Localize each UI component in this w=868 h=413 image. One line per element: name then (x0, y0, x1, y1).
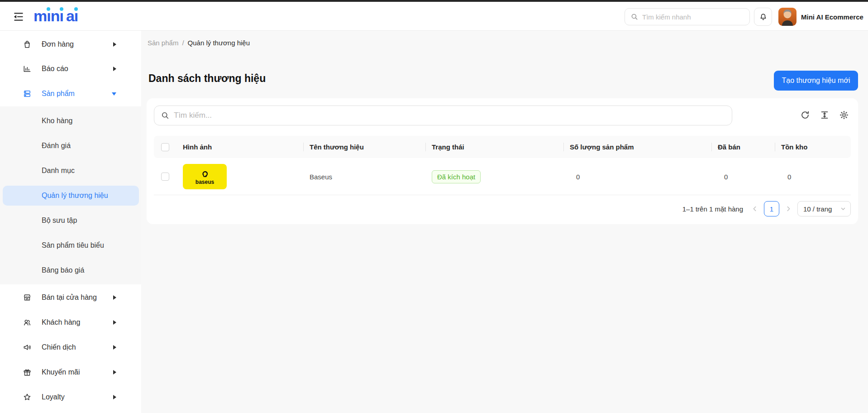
chevron-right-icon (113, 395, 116, 399)
page-size-select[interactable]: 10 / trang (797, 201, 851, 216)
column-header: Đã bán (718, 136, 740, 158)
sidebar-item-label: Sản phẩm tiêu biểu (42, 241, 104, 250)
sidebar-item-khach-hang[interactable]: Khách hàng (0, 310, 141, 335)
row-checkbox[interactable] (161, 173, 169, 181)
sidebar-item-label: Khách hàng (42, 318, 80, 327)
bell-icon (759, 13, 768, 21)
page-size-value: 10 / trang (803, 205, 832, 213)
sidebar-item-label: Danh mục (42, 167, 75, 175)
user-name: Mini AI Ecommerce (801, 13, 863, 21)
next-page-icon[interactable] (785, 205, 792, 212)
search-icon (161, 111, 170, 120)
chevron-right-icon (113, 67, 116, 71)
column-divider (303, 143, 304, 151)
product-list-icon (23, 89, 32, 98)
logo-letter: m (33, 8, 47, 24)
product-count-cell: 0 (576, 158, 580, 195)
sidebar-item-quan-ly-thuong-hieu[interactable]: Quản lý thương hiệu (3, 186, 139, 206)
sidebar-item-label: Quản lý thương hiệu (42, 192, 108, 200)
status-badge: Đã kích hoạt (432, 170, 481, 183)
search-icon (630, 13, 639, 21)
column-header: Trạng thái (432, 136, 464, 158)
sidebar-item-label: Đánh giá (42, 142, 71, 150)
logo-letter: a (66, 8, 74, 24)
app-root: mınıaı Mini AI E (0, 0, 868, 413)
sidebar-item-chien-dich[interactable]: Chiến dịch (0, 335, 141, 360)
row-checkbox-cell (154, 158, 176, 195)
notifications-button[interactable] (754, 8, 772, 26)
refresh-icon[interactable] (800, 110, 810, 120)
column-divider (775, 143, 775, 151)
star-icon (23, 393, 32, 402)
sidebar-item-label: Kho hàng (42, 117, 73, 125)
sold-cell: 0 (724, 158, 728, 195)
sidebar-item-label: Bán tại cửa hàng (42, 293, 97, 302)
status-cell: Đã kích hoạt (432, 158, 481, 195)
sidebar-item-danh-muc[interactable]: Danh mục (3, 161, 139, 181)
store-icon (23, 293, 32, 302)
bar-chart-icon (23, 64, 32, 73)
sidebar-item-khuyen-mai[interactable]: Khuyến mãi (0, 360, 141, 384)
brand-image-cell: baseus (183, 158, 227, 195)
sidebar-item-ban-tai-cua-hang[interactable]: Bán tại cửa hàng (0, 285, 141, 310)
sidebar-item-label: Loyalty (42, 393, 65, 401)
chevron-right-icon (113, 370, 116, 375)
stock-cell: 0 (787, 158, 791, 195)
chevron-down-icon (840, 206, 846, 211)
table-search[interactable] (154, 106, 732, 125)
sidebar-item-bang-bao-gia[interactable]: Bảng báo giá (3, 260, 139, 280)
sidebar-item-label: Đơn hàng (42, 40, 74, 48)
table-toolbar (800, 110, 849, 120)
select-all-checkbox[interactable] (161, 143, 169, 151)
sidebar-item-bao-cao[interactable]: Báo cáo (0, 57, 141, 81)
logo-letter: ı (59, 8, 63, 24)
chevron-right-icon (113, 295, 116, 300)
breadcrumb: Sản phẩm / Quản lý thương hiệu (148, 39, 250, 47)
table-header: Hình ảnh Tên thương hiệu Trạng thái Số l… (154, 136, 851, 158)
brand-name-cell: Baseus (310, 158, 332, 195)
column-header: Số lượng sản phẩm (570, 136, 634, 158)
global-search[interactable] (625, 8, 750, 25)
sidebar-submenu-san-pham: Kho hàng Đánh giá Danh mục Quản lý thươn… (0, 106, 141, 284)
column-divider (563, 143, 564, 151)
sidebar-item-kho-hang[interactable]: Kho hàng (3, 111, 139, 131)
sidebar-item-danh-gia[interactable]: Đánh giá (3, 136, 139, 156)
shopping-bag-icon (23, 40, 32, 49)
page-title: Danh sách thương hiệu (148, 72, 266, 85)
sidebar: Đơn hàng Báo cáo Sản phẩm (0, 31, 141, 413)
logo-letter: n (51, 8, 60, 24)
breadcrumb-parent[interactable]: Sản phẩm (148, 39, 178, 47)
gift-icon (23, 368, 32, 377)
column-height-icon[interactable] (820, 110, 830, 120)
column-divider (711, 143, 712, 151)
prev-page-icon[interactable] (751, 205, 758, 212)
chevron-right-icon (113, 42, 116, 47)
chevron-down-icon (112, 92, 116, 96)
pagination-total: 1–1 trên 1 mặt hàng (682, 205, 743, 213)
sidebar-item-san-pham-tieu-bieu[interactable]: Sản phẩm tiêu biểu (3, 235, 139, 255)
column-header: Hình ảnh (183, 136, 212, 158)
user-avatar[interactable] (778, 8, 796, 26)
sidebar-item-loyalty[interactable]: Loyalty (0, 385, 141, 409)
settings-gear-icon[interactable] (839, 110, 849, 120)
breadcrumb-current: Quản lý thương hiệu (188, 39, 250, 47)
chevron-right-icon (113, 320, 116, 325)
sidebar-item-bo-suu-tap[interactable]: Bộ sưu tập (3, 211, 139, 231)
header-checkbox-cell (154, 136, 176, 158)
column-header: Tên thương hiệu (310, 136, 364, 158)
sidebar-item-don-hang[interactable]: Đơn hàng (0, 32, 141, 57)
create-brand-button[interactable]: Tạo thương hiệu mới (774, 71, 858, 91)
brand-logo[interactable]: mınıaı (33, 8, 78, 24)
sidebar-item-label: Báo cáo (42, 65, 68, 73)
logo-letter: ı (74, 8, 78, 24)
logo-letter: ı (47, 8, 50, 24)
sidebar-item-san-pham[interactable]: Sản phẩm (0, 82, 141, 106)
menu-fold-icon[interactable] (13, 11, 24, 23)
global-search-input[interactable] (642, 13, 744, 21)
table-search-input[interactable] (174, 111, 725, 120)
megaphone-icon (23, 343, 32, 352)
brand-logo-tile: baseus (183, 164, 227, 189)
page-number-button[interactable]: 1 (764, 201, 779, 216)
column-divider (425, 143, 426, 151)
pagination: 1–1 trên 1 mặt hàng 1 10 / trang (682, 201, 851, 217)
